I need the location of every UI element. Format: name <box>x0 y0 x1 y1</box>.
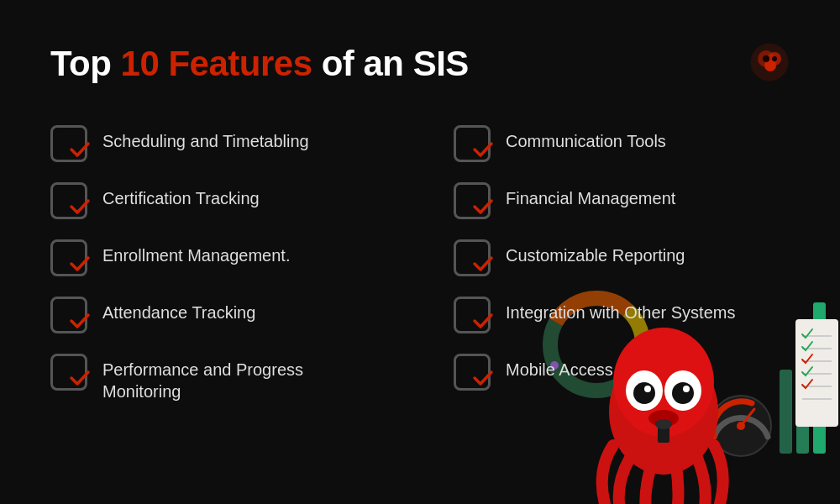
checkmark-4 <box>68 309 92 336</box>
checkbox-5 <box>50 354 87 391</box>
checkmark-2 <box>68 195 92 222</box>
title-suffix: of an SIS <box>312 44 469 83</box>
checklist-paper-decoration <box>794 319 840 437</box>
checkbox-3 <box>50 239 87 276</box>
svg-point-31 <box>683 386 690 392</box>
feature-item-1: Scheduling and Timetabling <box>50 123 386 162</box>
feature-label-7: Financial Management <box>506 181 675 209</box>
title-number: 10 <box>121 44 160 83</box>
svg-point-28 <box>633 382 655 404</box>
feature-label-1: Scheduling and Timetabling <box>102 123 309 152</box>
svg-point-34 <box>655 419 672 429</box>
feature-item-7: Financial Management <box>454 181 790 219</box>
feature-label-3: Enrollment Management. <box>102 238 290 266</box>
checkmark-8 <box>471 252 495 279</box>
feature-item-8: Customizable Reporting <box>454 238 790 276</box>
feature-item-5: Performance and ProgressMonitoring <box>50 352 386 402</box>
checkmark-1 <box>68 138 92 165</box>
svg-point-30 <box>644 386 651 392</box>
brand-logo-icon <box>749 42 790 86</box>
left-feature-list: Scheduling and Timetabling Certification… <box>50 123 386 402</box>
checkbox-9 <box>454 297 491 333</box>
checkmark-5 <box>68 366 92 393</box>
feature-label-2: Certification Tracking <box>102 181 260 209</box>
header: Top 10 Features of an SIS <box>50 42 790 86</box>
page-title: Top 10 Features of an SIS <box>50 44 469 84</box>
checkbox-6 <box>454 125 491 162</box>
feature-label-5: Performance and ProgressMonitoring <box>102 352 303 402</box>
feature-label-4: Attendance Tracking <box>102 295 255 323</box>
checkbox-2 <box>50 182 87 219</box>
svg-point-4 <box>763 55 769 62</box>
feature-item-2: Certification Tracking <box>50 181 386 219</box>
checkbox-1 <box>50 125 87 162</box>
title-middle: Features <box>159 44 312 83</box>
checkmark-7 <box>471 195 495 222</box>
feature-item-6: Communication Tools <box>454 123 790 162</box>
svg-point-5 <box>772 56 777 61</box>
feature-item-3: Enrollment Management. <box>50 238 386 276</box>
title-prefix: Top <box>50 44 121 83</box>
checkmark-10 <box>471 366 495 393</box>
checkmark-9 <box>471 309 495 336</box>
checkbox-7 <box>454 182 491 219</box>
feature-label-8: Customizable Reporting <box>506 238 685 266</box>
checkbox-10 <box>454 354 491 391</box>
feature-label-6: Communication Tools <box>506 123 666 152</box>
page-container: Top 10 Features of an SIS <box>0 0 840 504</box>
checkbox-8 <box>454 239 491 276</box>
checkbox-4 <box>50 297 87 333</box>
feature-item-4: Attendance Tracking <box>50 295 386 333</box>
svg-point-29 <box>672 382 694 404</box>
checkmark-6 <box>471 138 495 165</box>
octopus-character <box>584 302 752 504</box>
checkmark-3 <box>68 252 92 279</box>
